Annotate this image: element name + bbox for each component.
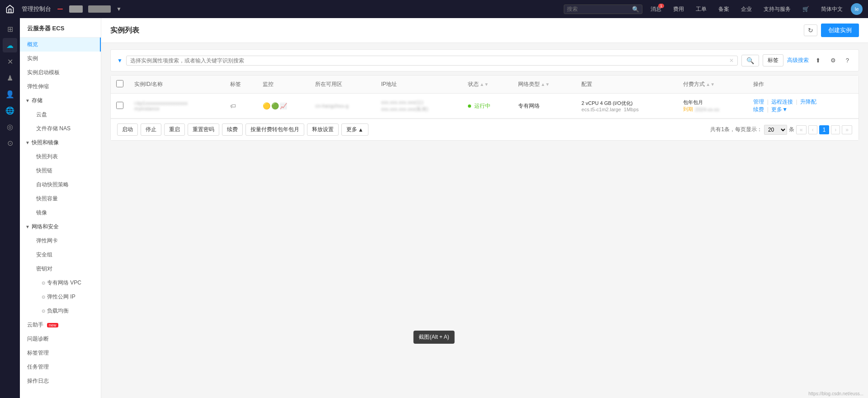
col-monitor: 监控	[257, 76, 310, 94]
tag-icon[interactable]: 🏷	[230, 103, 236, 109]
btn-change-pay[interactable]: 按量付费转包年包月	[245, 123, 304, 136]
settings-button[interactable]: ⚙	[827, 55, 839, 66]
sidebar-item-security-group[interactable]: 安全组	[29, 248, 101, 262]
create-instance-button[interactable]: 创建实例	[821, 24, 859, 37]
monitor-ok-icon[interactable]: 🟢	[271, 102, 279, 109]
sidebar-item-eip[interactable]: ⊙弹性公网 IP	[29, 290, 101, 304]
sidebar-item-keypair[interactable]: 密钥对	[29, 262, 101, 276]
action-more-dropdown[interactable]: 更多▼	[771, 106, 788, 113]
chevron-down-icon-3: ▼	[25, 224, 30, 229]
btn-more[interactable]: 更多 ▲	[341, 123, 368, 136]
icon-bar-x[interactable]: ✕	[3, 54, 17, 69]
nav-fee[interactable]: 费用	[670, 5, 688, 13]
pagination-prev[interactable]: ‹	[808, 125, 817, 134]
sidebar-sub-snapshot: 快照列表 快照链 自动快照策略 快照容量 镜像	[20, 150, 101, 220]
sidebar-item-disk[interactable]: 云盘	[29, 108, 101, 122]
action-manage[interactable]: 管理	[753, 99, 764, 105]
pagination-last[interactable]: »	[842, 125, 852, 134]
instance-search-input[interactable]	[130, 57, 727, 64]
sidebar-item-tag-mgmt[interactable]: 标签管理	[20, 346, 101, 360]
table-head: 实例ID/名称 标签 监控 所在可用区 IP地址 状态 ▲▼ 网络类型 ▲▼	[111, 76, 859, 94]
sidebar-item-scaling[interactable]: 弹性伸缩	[20, 80, 101, 94]
sidebar-item-snapshot-capacity[interactable]: 快照容量	[29, 192, 101, 206]
search-input[interactable]	[567, 6, 630, 12]
action-remote[interactable]: 远程连接	[771, 99, 793, 105]
main-content: 实例列表 ↻ 创建实例 ▼ ✕ 🔍 标签 高级搜索 ⬆ ⚙	[101, 18, 868, 398]
nav-cart[interactable]: 🛒	[799, 6, 813, 12]
help-button[interactable]: ?	[843, 55, 852, 66]
chevron-down-icon: ▼	[25, 98, 30, 103]
ext-icon-3: ⊙	[42, 308, 45, 313]
sort-pay-icon[interactable]: ▲▼	[706, 82, 715, 87]
top-nav: 管理控制台 ▼ 🔍 消息 1 费用 工单 备案 企业 支持与服务 🛒 简体中文 …	[0, 0, 868, 18]
nav-lang[interactable]: 简体中文	[817, 5, 846, 13]
pagination-page-1[interactable]: 1	[819, 125, 830, 134]
top-search[interactable]: 🔍	[564, 5, 642, 14]
sidebar-item-cloud-assistant[interactable]: 云助手 new	[20, 318, 101, 332]
search-bar[interactable]: ✕	[126, 56, 738, 66]
clear-search-icon[interactable]: ✕	[729, 57, 734, 64]
nav-support[interactable]: 支持与服务	[760, 5, 794, 13]
sidebar-item-auto-snapshot[interactable]: 自动快照策略	[29, 178, 101, 192]
action-renew[interactable]: 续费	[753, 106, 764, 113]
main-header: 实例列表 ↻ 创建实例	[101, 18, 868, 43]
network-type-text: 专有网络	[518, 103, 540, 109]
btn-release[interactable]: 释放设置	[307, 123, 339, 136]
logo[interactable]	[5, 5, 14, 14]
header-actions: ↻ 创建实例	[804, 24, 859, 37]
tag-filter-button[interactable]: 标签	[763, 54, 783, 66]
sidebar-item-eni[interactable]: 弹性网卡	[29, 234, 101, 248]
sidebar-item-diagnosis[interactable]: 问题诊断	[20, 332, 101, 346]
icon-bar-user[interactable]: 👤	[3, 87, 17, 101]
btn-restart[interactable]: 重启	[164, 123, 185, 136]
sidebar-item-slb[interactable]: ⊙负载均衡	[29, 304, 101, 318]
icon-bar-cloud[interactable]: ☁	[3, 38, 17, 52]
action-upgrade[interactable]: 升降配	[800, 99, 816, 105]
search-button[interactable]: 🔍	[741, 55, 759, 66]
monitor-alert-icon[interactable]: 🟡	[263, 102, 270, 109]
filter-icon[interactable]: ▼	[117, 57, 123, 64]
instance-id-link[interactable]: i-bp1xxxxxxxxxxxxxxxxx	[134, 100, 219, 106]
select-all-checkbox[interactable]	[116, 80, 123, 87]
sort-network-icon[interactable]: ▲▼	[541, 82, 550, 87]
btn-start[interactable]: 启动	[117, 123, 138, 136]
icon-bar-dot[interactable]: ⊙	[3, 136, 17, 150]
sidebar-item-instance[interactable]: 实例	[20, 52, 101, 66]
export-button[interactable]: ⬆	[812, 55, 824, 66]
sidebar-item-vpc[interactable]: ⊙专有网络 VPC	[29, 276, 101, 290]
sidebar-group-storage[interactable]: ▼ 存储	[20, 94, 101, 108]
icon-bar-chess[interactable]: ♟	[3, 71, 17, 85]
nav-message[interactable]: 消息 1	[647, 5, 665, 13]
monitor-chart-icon[interactable]: 📈	[280, 103, 287, 109]
icon-bar-globe[interactable]: 🌐	[3, 103, 17, 118]
nav-enterprise[interactable]: 企业	[737, 5, 755, 13]
avatar[interactable]: Ie	[851, 3, 863, 15]
instance-table: 实例ID/名称 标签 监控 所在可用区 IP地址 状态 ▲▼ 网络类型 ▲▼	[111, 76, 859, 118]
per-page-select[interactable]: 20 50 100	[764, 125, 787, 135]
sidebar-item-task-mgmt[interactable]: 任务管理	[20, 360, 101, 374]
btn-reset-pwd[interactable]: 重置密码	[188, 123, 219, 136]
search-icon[interactable]: 🔍	[632, 6, 639, 13]
pagination-next[interactable]: ›	[831, 125, 840, 134]
btn-renew[interactable]: 续费	[222, 123, 243, 136]
refresh-button[interactable]: ↻	[804, 24, 817, 36]
row-checkbox[interactable]	[116, 102, 123, 109]
nav-ticket[interactable]: 工单	[692, 5, 710, 13]
sidebar-item-operation-log[interactable]: 操作日志	[20, 374, 101, 388]
btn-stop[interactable]: 停止	[141, 123, 161, 136]
sidebar-item-nas[interactable]: 文件存储 NAS	[29, 122, 101, 136]
nav-filing[interactable]: 备案	[715, 5, 733, 13]
pagination-first[interactable]: «	[796, 125, 807, 134]
page-title: 实例列表	[110, 26, 139, 35]
sort-status-icon[interactable]: ▲▼	[480, 82, 489, 87]
sidebar-group-snapshot[interactable]: ▼ 快照和镜像	[20, 136, 101, 150]
sidebar-item-image[interactable]: 镜像	[29, 206, 101, 220]
sidebar-item-overview[interactable]: 概览	[20, 38, 101, 52]
icon-bar-grid[interactable]: ⊞	[3, 22, 17, 36]
sidebar-item-snapshot-list[interactable]: 快照列表	[29, 150, 101, 164]
icon-bar-circle[interactable]: ◎	[3, 119, 17, 134]
sidebar-item-template[interactable]: 实例启动模板	[20, 66, 101, 80]
advanced-search-link[interactable]: 高级搜索	[787, 57, 809, 64]
sidebar-group-network[interactable]: ▼ 网络和安全	[20, 220, 101, 234]
sidebar-item-snapshot-chain[interactable]: 快照链	[29, 164, 101, 178]
